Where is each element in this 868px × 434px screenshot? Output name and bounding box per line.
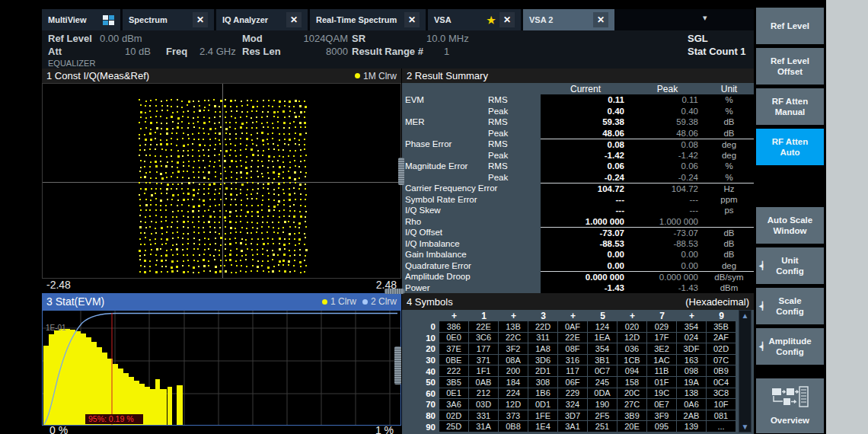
tab-close-icon[interactable]: ✕ <box>286 12 302 27</box>
constellation-point <box>145 117 147 119</box>
result-row: Symbol Rate Error------ppm <box>402 194 754 206</box>
symbols-scrollbar[interactable]: ▲ ▼ <box>739 310 752 432</box>
symbol-cell: 163 <box>677 355 706 366</box>
result-row-label: Symbol Rate Error <box>402 195 488 204</box>
constellation-point <box>183 161 184 163</box>
softkey-ref-level[interactable]: Ref Level <box>756 8 824 44</box>
softkey-rf-atten-manual[interactable]: RF AttenManual <box>756 88 824 125</box>
constellation-point <box>240 155 241 156</box>
trace2-dot-icon <box>362 299 368 305</box>
stat-window-header[interactable]: 3 Stat(EVM) 1 Clrw 2 Clrw <box>42 293 401 310</box>
constellation-point <box>231 110 232 112</box>
softkey-rf-atten-auto[interactable]: RF AttenAuto <box>756 129 824 165</box>
scroll-down-icon[interactable]: ▼ <box>739 422 751 432</box>
constellation-point <box>229 139 231 140</box>
tab-close-icon[interactable]: ✕ <box>593 12 608 27</box>
result-row: Rho1.000 0001.000 000 <box>402 216 754 228</box>
constellation-point <box>261 116 263 118</box>
tab-spectrum[interactable]: Spectrum✕ <box>123 9 214 30</box>
symbols-window-header[interactable]: 4 Symbols (Hexadecimal) <box>402 293 754 310</box>
constellation-point <box>183 221 185 223</box>
constellation-point <box>156 260 158 261</box>
constellation-point <box>155 243 156 244</box>
result-row: Phase ErrorRMS0.080.08deg <box>402 139 754 150</box>
constellation-point <box>263 243 265 245</box>
constellation-point <box>161 244 163 245</box>
result-peak-value: 0.00 <box>630 249 704 260</box>
constellation-point <box>257 266 259 268</box>
constellation-point <box>181 188 183 190</box>
constellation-point <box>251 232 252 234</box>
histogram-bar <box>70 330 75 425</box>
constellation-point <box>305 221 306 222</box>
softkey-scale-config[interactable]: ScaleConfig◂▏ <box>756 288 824 324</box>
constellation-point <box>300 126 302 128</box>
tab-overflow-chevron-icon[interactable]: ▾ <box>703 13 707 23</box>
constellation-point <box>240 215 241 217</box>
constellation-point <box>161 255 162 257</box>
constellation-point <box>187 211 189 212</box>
tab-iq-analyzer[interactable]: IQ Analyzer✕ <box>216 9 308 30</box>
softkey-overview[interactable]: Overview <box>756 378 824 433</box>
softkey-auto-scale-window[interactable]: Auto ScaleWindow <box>756 207 824 244</box>
tab-real-time-spectrum[interactable]: Real-Time Spectrum✕ <box>310 9 426 30</box>
constellation-point <box>183 171 184 172</box>
splitter-handle[interactable] <box>398 158 404 185</box>
constellation-point <box>288 144 289 145</box>
histogram-bar <box>168 387 172 425</box>
tab-vsa-2[interactable]: VSA 2✕ <box>523 9 614 30</box>
constellation-point <box>155 148 156 150</box>
softkey-ref-level-offset[interactable]: Ref LevelOffset <box>756 48 824 85</box>
symbol-cell: 22E <box>469 321 498 333</box>
constellation-point <box>214 199 215 200</box>
splitter-handle[interactable] <box>385 289 404 294</box>
constellation-point <box>219 160 220 161</box>
constellation-point <box>277 204 279 206</box>
constellation-point <box>183 233 184 235</box>
symbol-cell: 07C <box>707 355 736 366</box>
constellation-point <box>284 116 286 118</box>
tab-close-icon[interactable]: ✕ <box>404 12 420 27</box>
setting-label-att: Att <box>48 46 62 57</box>
scroll-up-icon[interactable]: ▲ <box>739 311 751 321</box>
softkey-unit-config[interactable]: UnitConfig◂▏ <box>756 247 824 284</box>
constellation-point <box>289 150 291 152</box>
const-window-header[interactable]: 1 Const I/Q(Meas&Ref) 1M Clrw <box>42 69 401 83</box>
constellation-point <box>204 244 206 245</box>
constellation-point <box>225 233 226 235</box>
constellation-point <box>214 222 215 223</box>
tab-close-icon[interactable]: ✕ <box>499 12 515 27</box>
symbol-cell: 0DA <box>588 388 617 400</box>
constellation-point <box>171 249 172 251</box>
constellation-point <box>246 228 247 229</box>
symbol-cell: 2F5 <box>588 410 617 422</box>
constellation-point <box>267 133 269 135</box>
tab-multiview[interactable]: MultiView <box>42 9 120 30</box>
constellation-point <box>187 188 189 190</box>
softkey-amplitude-config[interactable]: AmplitudeConfig◂▏ <box>756 328 824 365</box>
symbols-row: 8002D3313731FE3D72F53B93F92AB081 <box>402 410 754 422</box>
splitter-handle[interactable] <box>394 346 401 385</box>
softkey-label: Config <box>776 266 803 276</box>
constellation-point <box>219 250 220 251</box>
constellation-point <box>230 204 231 206</box>
constellation-point <box>167 105 168 107</box>
constellation-point <box>150 144 152 145</box>
constellation-point <box>257 193 258 194</box>
constellation-point <box>219 122 220 123</box>
constellation-point <box>225 128 228 130</box>
constellation-point <box>198 101 199 102</box>
constellation-point <box>145 121 146 123</box>
softkey-label: Auto Scale <box>767 215 812 225</box>
tab-close-icon[interactable]: ✕ <box>193 12 208 27</box>
symbol-cell: 0B8 <box>499 421 528 432</box>
constellation-point <box>225 238 226 240</box>
result-window-header[interactable]: 2 Result Summary <box>402 69 754 83</box>
histogram-bar <box>59 329 65 425</box>
tab-vsa[interactable]: VSA★✕ <box>428 9 521 30</box>
constellation-point <box>144 254 145 256</box>
constellation-point <box>140 160 142 161</box>
setting-label-freq: Freq <box>166 46 187 57</box>
constellation-point <box>289 106 290 107</box>
constellation-point <box>282 110 285 113</box>
